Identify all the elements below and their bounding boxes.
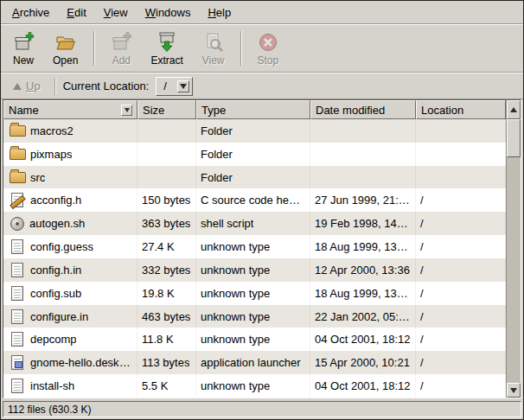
file-type-cell: Folder bbox=[196, 166, 310, 189]
file-size-cell: 332 bytes bbox=[137, 258, 196, 282]
file-location: / bbox=[420, 310, 424, 323]
location-combo[interactable]: / bbox=[156, 77, 193, 96]
menu-windows[interactable]: Windows bbox=[137, 3, 199, 22]
file-type-cell: shell script bbox=[196, 212, 310, 235]
column-header-type[interactable]: Type bbox=[196, 100, 310, 119]
scroll-down-button[interactable] bbox=[507, 383, 521, 398]
up-button-label: Up bbox=[26, 80, 41, 92]
file-type: unknown type bbox=[201, 264, 270, 277]
up-button: Up bbox=[6, 77, 48, 95]
table-row[interactable]: src Folder bbox=[3, 166, 506, 189]
table-row[interactable]: depcomp 11.8 K unknown type 04 Oct 2001,… bbox=[3, 328, 506, 351]
view-button-label: View bbox=[202, 54, 225, 67]
dropdown-arrow-icon bbox=[177, 80, 189, 92]
table-row[interactable]: macros2 Folder bbox=[3, 119, 506, 143]
new-archive-icon bbox=[13, 31, 34, 54]
table-header: Name Size Type Date modified Location bbox=[3, 100, 506, 119]
table-row[interactable]: autogen.sh 363 bytes shell script 19 Feb… bbox=[3, 212, 506, 235]
file-name: gnome-hello.desktop bbox=[30, 356, 132, 369]
file-location-cell: / bbox=[416, 351, 506, 374]
file-date-cell: 19 Feb 1998, 14:31 bbox=[310, 212, 416, 235]
file-date-modified: 18 Aug 1999, 13:53 bbox=[315, 287, 411, 300]
new-button[interactable]: New bbox=[6, 28, 41, 69]
file-name-cell: pixmaps bbox=[3, 143, 137, 166]
file-date-cell bbox=[310, 119, 416, 143]
table-row[interactable]: config.h.in 332 bytes unknown type 12 Ap… bbox=[3, 258, 506, 282]
menu-archive[interactable]: Archive bbox=[4, 3, 57, 22]
table-row[interactable]: pixmaps Folder bbox=[3, 143, 506, 166]
file-size-cell: 19.8 K bbox=[137, 282, 196, 305]
vertical-scrollbar[interactable] bbox=[506, 100, 521, 398]
file-date-cell: 15 Apr 2000, 10:21 bbox=[310, 351, 416, 374]
status-bar: 112 files (630.3 K) bbox=[1, 398, 523, 419]
table-row[interactable]: gnome-hello.desktop 113 bytes applicatio… bbox=[3, 351, 506, 374]
file-type-cell: Folder bbox=[196, 143, 310, 166]
file-size: 150 bytes bbox=[142, 194, 190, 207]
table-row[interactable]: configure.in 463 bytes unknown type 22 J… bbox=[3, 305, 506, 328]
menu-edit[interactable]: Edit bbox=[59, 3, 93, 22]
toolbar-separator bbox=[240, 31, 242, 66]
file-size-cell: 27.4 K bbox=[137, 235, 196, 258]
scrollbar-trough[interactable] bbox=[507, 119, 521, 383]
file-type-cell: unknown type bbox=[196, 328, 310, 351]
scrollbar-thumb[interactable] bbox=[507, 119, 521, 157]
file-list: Name Size Type Date modified Location ma… bbox=[3, 99, 521, 398]
file-size-cell: 363 bytes bbox=[137, 212, 196, 235]
location-combo-value: / bbox=[163, 80, 172, 92]
file-name: autogen.sh bbox=[29, 217, 85, 230]
table-row[interactable]: acconfig.h 150 bytes C source code heade… bbox=[3, 188, 506, 212]
sort-indicator-icon[interactable] bbox=[121, 105, 132, 116]
column-header-location-label: Location bbox=[421, 104, 463, 117]
column-header-location[interactable]: Location bbox=[416, 100, 506, 119]
file-location-cell bbox=[416, 166, 506, 189]
file-name: configure.in bbox=[30, 310, 88, 323]
file-name: config.h.in bbox=[30, 264, 81, 277]
file-name-cell: config.guess bbox=[3, 235, 137, 258]
file-date-cell: 04 Oct 2001, 18:12 bbox=[310, 328, 416, 351]
scroll-up-button[interactable] bbox=[507, 100, 521, 119]
stop-button-label: Stop bbox=[258, 54, 279, 67]
source-file-icon bbox=[11, 193, 23, 207]
file-date-modified: 12 Apr 2000, 13:36 bbox=[315, 264, 410, 277]
file-date-cell: 12 Apr 2000, 13:36 bbox=[310, 258, 416, 282]
file-location: / bbox=[420, 217, 424, 230]
scroll-up-icon bbox=[510, 107, 517, 112]
file-type: Folder bbox=[201, 148, 233, 161]
table-row[interactable]: install-sh 5.5 K unknown type 04 Oct 200… bbox=[3, 374, 506, 398]
file-date-cell bbox=[310, 143, 416, 166]
menu-help[interactable]: Help bbox=[200, 3, 239, 22]
file-type-cell: unknown type bbox=[196, 374, 310, 398]
file-icon bbox=[11, 309, 23, 324]
menu-view[interactable]: View bbox=[96, 3, 136, 22]
file-name-cell: gnome-hello.desktop bbox=[3, 351, 137, 374]
file-size-cell bbox=[137, 119, 196, 143]
file-location-cell: / bbox=[416, 282, 506, 305]
open-archive-icon bbox=[55, 31, 76, 54]
open-button[interactable]: Open bbox=[46, 28, 85, 69]
file-type: unknown type bbox=[201, 379, 270, 392]
up-arrow-icon bbox=[13, 83, 22, 90]
column-header-date-label: Date modified bbox=[316, 104, 385, 117]
table-row[interactable]: config.sub 19.8 K unknown type 18 Aug 19… bbox=[3, 282, 506, 305]
file-name-cell: acconfig.h bbox=[3, 188, 137, 212]
file-location-cell bbox=[416, 119, 506, 143]
script-file-icon bbox=[10, 217, 24, 231]
scroll-down-icon bbox=[510, 388, 517, 393]
file-name-cell: macros2 bbox=[3, 119, 137, 143]
file-name-cell: src bbox=[3, 166, 137, 189]
file-name: install-sh bbox=[30, 379, 74, 392]
file-size-cell: 463 bytes bbox=[137, 305, 196, 328]
add-files-icon bbox=[111, 31, 131, 54]
file-name-cell: install-sh bbox=[3, 374, 137, 398]
extract-button[interactable]: Extract bbox=[144, 28, 189, 69]
column-header-name[interactable]: Name bbox=[3, 100, 137, 119]
current-location-label: Current Location: bbox=[63, 80, 150, 92]
file-name-cell: configure.in bbox=[3, 305, 137, 328]
file-size: 363 bytes bbox=[142, 217, 190, 230]
file-list-main: Name Size Type Date modified Location ma… bbox=[3, 100, 506, 398]
table-row[interactable]: config.guess 27.4 K unknown type 18 Aug … bbox=[3, 235, 506, 258]
column-header-size[interactable]: Size bbox=[137, 100, 196, 119]
file-type-cell: unknown type bbox=[196, 235, 310, 258]
file-size: 332 bytes bbox=[142, 264, 190, 277]
column-header-date-modified[interactable]: Date modified bbox=[310, 100, 416, 119]
